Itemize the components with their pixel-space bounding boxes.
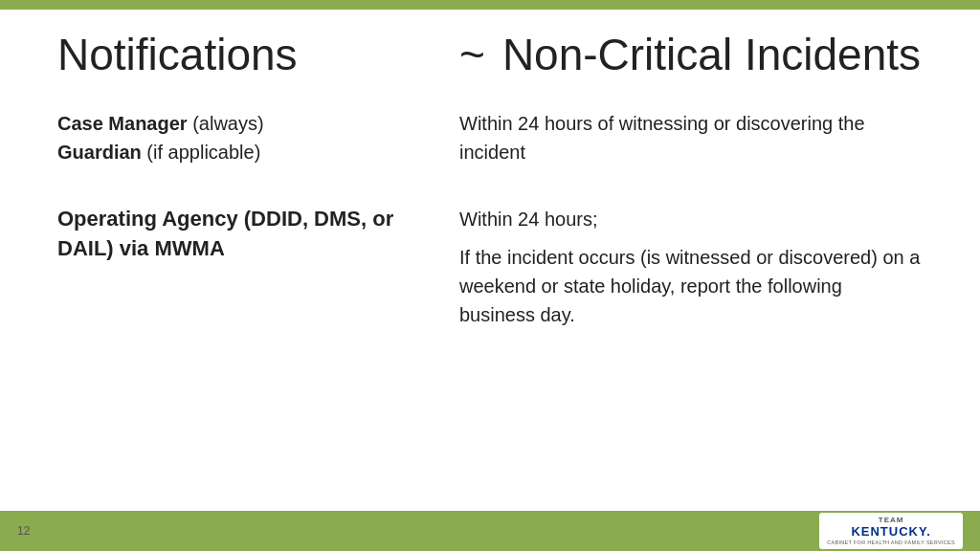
logo-cabinet-text: CABINET FOR HEALTH AND FAMILY SERVICES (827, 540, 955, 545)
timing-text-1: Within 24 hours of witnessing or discove… (459, 109, 923, 166)
timing-line-2: If the incident occurs (is witnessed or … (459, 243, 923, 329)
footer-bar: 12 TEAM KENTUCKY. CABINET FOR HEALTH AND… (0, 511, 980, 551)
top-bar (0, 0, 980, 10)
logo-area: TEAM KENTUCKY. CABINET FOR HEALTH AND FA… (819, 513, 963, 548)
timing-text-2: Within 24 hours; If the incident occurs … (459, 205, 923, 329)
guardian-note: (if applicable) (142, 142, 261, 163)
guardian-label: Guardian (57, 142, 142, 163)
agency-block: Operating Agency (DDID, DMS, or DAIL) vi… (57, 205, 431, 264)
timing-block-1: Within 24 hours of witnessing or discove… (459, 109, 923, 166)
agency-label: Operating Agency (DDID, DMS, or DAIL) vi… (57, 205, 431, 264)
contacts-block: Case Manager (always) Guardian (if appli… (57, 109, 431, 166)
logo-kentucky-text: KENTUCKY. (851, 525, 930, 539)
title-right: Non-Critical Incidents (502, 29, 921, 80)
timing-line-1: Within 24 hours; (459, 205, 923, 233)
content-columns: Case Manager (always) Guardian (if appli… (57, 109, 923, 365)
slide-header: Notifications ~ Non-Critical Incidents (57, 29, 923, 80)
tilde-separator: ~ (459, 29, 485, 80)
case-manager-label: Case Manager (57, 113, 188, 134)
logo-box: TEAM KENTUCKY. CABINET FOR HEALTH AND FA… (819, 513, 963, 548)
guardian-item: Guardian (if applicable) (57, 138, 431, 166)
timing-block-2: Within 24 hours; If the incident occurs … (459, 205, 923, 329)
case-manager-note: (always) (188, 113, 264, 134)
left-column: Case Manager (always) Guardian (if appli… (57, 109, 459, 365)
case-manager-item: Case Manager (always) (57, 109, 431, 138)
title-left: Notifications (57, 29, 459, 80)
right-column: Within 24 hours of witnessing or discove… (459, 109, 923, 365)
slide-number: 12 (17, 524, 30, 538)
